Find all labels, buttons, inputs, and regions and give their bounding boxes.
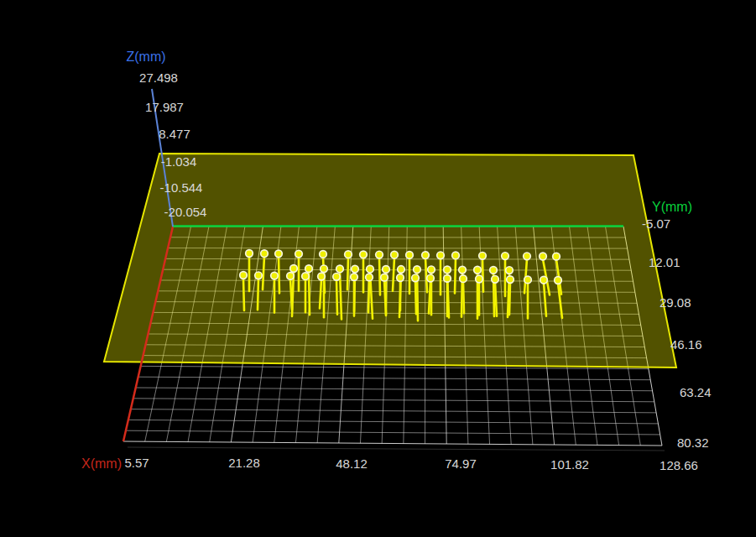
y-tick-label: 12.01 — [649, 255, 680, 269]
pin-stem — [243, 279, 244, 311]
x-tick-label: 128.66 — [660, 458, 698, 472]
pin-stem — [455, 258, 456, 294]
pin-head — [427, 274, 435, 282]
pin-head — [524, 276, 532, 284]
pin-head — [490, 267, 498, 274]
pin-head — [333, 273, 341, 280]
pin-head — [295, 250, 303, 258]
z-tick-label: -10.544 — [160, 180, 203, 195]
pin-head — [444, 275, 451, 283]
pin-stem — [415, 281, 416, 315]
z-axis-title: Z(mm) — [126, 50, 165, 64]
z-tick-label: 8.477 — [159, 127, 190, 141]
x-tick-label: 48.12 — [336, 456, 368, 471]
pin-head — [261, 250, 269, 258]
grid-line-horizontal — [123, 441, 662, 446]
pin-head — [452, 252, 460, 259]
y-tick-label: 46.16 — [670, 337, 702, 352]
pin-stem — [347, 258, 348, 290]
pin-head — [320, 251, 327, 258]
pin-head — [502, 253, 509, 260]
pin-head — [540, 253, 547, 260]
pin-head — [428, 266, 435, 274]
pin-stem — [379, 258, 380, 295]
pin-head — [474, 266, 482, 274]
pin-head — [555, 277, 562, 284]
grid-line-horizontal — [131, 409, 656, 413]
grid-line-horizontal — [138, 377, 651, 380]
pin-head — [507, 276, 514, 284]
x-tick-label: 21.28 — [228, 456, 260, 470]
pin-head — [321, 265, 328, 273]
pin-head — [255, 272, 263, 279]
pin-head — [352, 265, 359, 273]
pin-head — [398, 266, 405, 274]
grid-line-horizontal — [128, 420, 659, 424]
x-tick-label: 5.57 — [124, 456, 149, 470]
pin-head — [406, 252, 414, 259]
pin-head — [345, 251, 352, 258]
pin-head — [540, 276, 548, 284]
pin-head — [318, 273, 326, 280]
pin-stem — [463, 282, 464, 314]
z-tick-label: 27.498 — [139, 70, 178, 85]
pin-stem — [368, 280, 369, 313]
pin-head — [460, 275, 467, 283]
pin-head — [444, 266, 451, 274]
pin-head — [351, 274, 358, 281]
pin-head — [360, 251, 368, 258]
pin-head — [302, 273, 310, 280]
x-tick-label: 101.82 — [550, 457, 589, 472]
pin-head — [459, 266, 467, 274]
y-tick-label: 63.24 — [680, 385, 712, 399]
pin-head — [271, 272, 279, 279]
pin-head — [366, 274, 373, 281]
pin-head — [290, 265, 298, 273]
pin-head — [506, 267, 514, 274]
pin-head — [476, 275, 483, 283]
grid-line-horizontal — [133, 399, 654, 402]
pin-stem — [509, 283, 510, 315]
y-tick-label: 29.08 — [660, 295, 691, 310]
y-tick-label: -5.07 — [642, 216, 670, 231]
pin-stem — [258, 279, 258, 310]
z-tick-label: -1.034 — [161, 154, 197, 169]
pin-head — [381, 274, 388, 281]
pin-head — [376, 251, 383, 258]
pin-head — [275, 250, 283, 258]
x-axis-title: X(mm) — [81, 456, 122, 471]
pin-head — [240, 272, 248, 279]
pin-head — [305, 265, 313, 273]
pin-head — [397, 274, 404, 282]
pin-head — [553, 253, 560, 260]
pin-head — [287, 273, 295, 280]
pin-stem — [279, 257, 279, 294]
y-tick-label: 80.32 — [677, 435, 709, 450]
grid-baseline-shadow — [128, 447, 665, 451]
pin-head — [367, 265, 374, 273]
x-tick-label: 74.97 — [445, 456, 477, 471]
pin-stem — [482, 258, 483, 292]
z-tick-label: 17.987 — [145, 100, 184, 114]
pin-head — [492, 276, 499, 284]
pin-head — [246, 250, 253, 258]
grid-line-horizontal — [136, 388, 653, 391]
pin-head — [524, 253, 531, 260]
pin-head — [383, 266, 390, 274]
y-axis-title: Y(mm) — [652, 200, 692, 214]
pin-head — [414, 266, 421, 274]
pin-stem — [336, 279, 337, 315]
pin-head — [437, 252, 445, 259]
pin-head — [336, 265, 344, 273]
z-tick-label: -20.054 — [164, 205, 207, 219]
pin-head — [412, 274, 420, 282]
pin-head — [391, 251, 399, 258]
plot-canvas-3d[interactable]: 5.5721.2848.1274.97101.82128.66X(mm)-5.0… — [0, 0, 756, 537]
viewport-3d: 5.5721.2848.1274.97101.82128.66X(mm)-5.0… — [0, 0, 756, 537]
pin-head — [422, 252, 430, 259]
grid-line-horizontal — [126, 430, 660, 435]
pin-head — [479, 252, 487, 259]
